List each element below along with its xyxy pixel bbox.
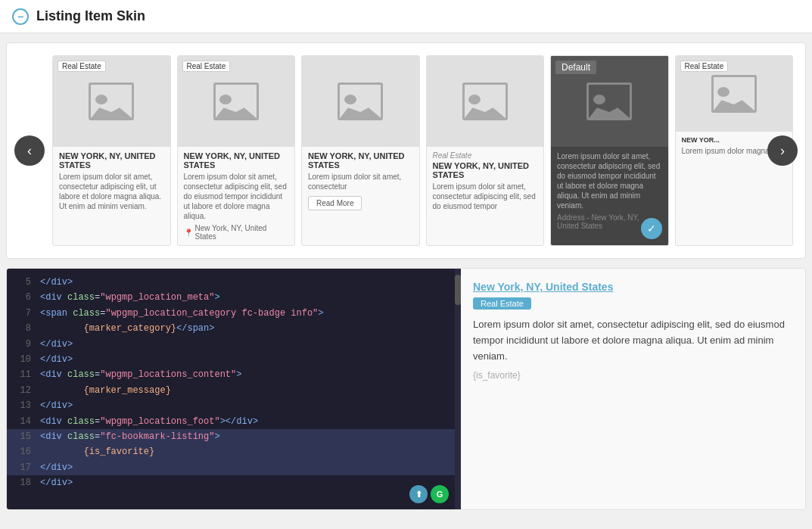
preview-panel: New York, NY, United States Real Estate …	[461, 269, 805, 509]
card-image-3	[302, 56, 419, 147]
copy-tool-button[interactable]: ⬆	[409, 485, 428, 503]
code-text-15: <div class="fc-bookmark-listing">	[40, 429, 220, 444]
line-num-14: 14	[13, 414, 31, 429]
skin-card-5[interactable]: Default Lorem ipsum dolor sit amet, cons…	[550, 55, 669, 246]
code-text-11: <div class="wpgmp_locations_content">	[40, 367, 241, 382]
line-num-7: 7	[13, 306, 31, 321]
image-placeholder-3	[338, 82, 383, 120]
card-badge-6: Real Estate	[680, 61, 729, 72]
skin-card-1[interactable]: Real Estate NEW YORK, NY, UNITED STATES …	[52, 55, 171, 246]
image-placeholder-4	[462, 82, 508, 120]
code-line-17: 17 </div>	[7, 460, 461, 475]
line-num-6: 6	[13, 290, 31, 305]
card-title-3: NEW YORK, NY, UNITED STATES	[308, 151, 413, 170]
code-line-8: 8 {marker_category}</span>	[7, 321, 461, 336]
card-text-5: Lorem ipsum dolor sit amet, consectetur …	[557, 151, 662, 210]
image-placeholder-1	[89, 82, 134, 120]
card-category-4: Real Estate	[433, 151, 538, 160]
line-num-18: 18	[13, 475, 31, 490]
code-line-11: 11 <div class="wpgmp_locations_content">	[7, 367, 461, 382]
code-line-14: 14 <div class="wpgmp_locations_foot"></d…	[7, 414, 461, 429]
card-body-2: NEW YORK, NY, UNITED STATES Lorem ipsum …	[178, 147, 295, 245]
code-line-15: 15 <div class="fc-bookmark-listing">	[7, 429, 461, 444]
line-num-8: 8	[13, 321, 31, 336]
grammarly-tool-button[interactable]: G	[431, 485, 449, 503]
line-num-16: 16	[13, 444, 31, 459]
card-text-2: Lorem ipsum dolor sit amet, consectetur …	[184, 172, 289, 221]
line-num-9: 9	[13, 337, 31, 352]
bottom-section: 5 </div> 6 <div class="wpgmp_location_me…	[6, 268, 806, 510]
carousel-inner: Real Estate NEW YORK, NY, UNITED STATES …	[19, 55, 793, 246]
code-toolbar: ⬆ G	[409, 485, 449, 503]
read-more-button[interactable]: Read More	[308, 196, 362, 210]
image-placeholder-5	[586, 82, 632, 120]
card-badge-5: Default	[555, 61, 596, 74]
code-text-8: {marker_category}</span>	[40, 321, 214, 336]
card-title-2: NEW YORK, NY, UNITED STATES	[184, 151, 289, 170]
code-line-6: 6 <div class="wpgmp_location_meta">	[7, 290, 461, 305]
preview-variable: {is_favorite}	[473, 370, 793, 381]
code-line-16: 16 {is_favorite}	[7, 444, 461, 459]
image-placeholder-6	[711, 75, 757, 113]
code-editor[interactable]: 5 </div> 6 <div class="wpgmp_location_me…	[7, 269, 461, 509]
code-text-18: </div>	[40, 475, 73, 490]
card-text-1: Lorem ipsum dolor sit amet, consectetur …	[59, 172, 164, 211]
address-text-2: New York, NY, United States	[195, 224, 289, 241]
line-num-12: 12	[13, 383, 31, 398]
card-badge-1: Real Estate	[58, 61, 106, 72]
pin-icon-2: 📍	[184, 229, 193, 237]
code-text-10: </div>	[40, 352, 73, 367]
code-line-7: 7 <span class="wpgmp_location_category f…	[7, 306, 461, 321]
skin-card-3[interactable]: NEW YORK, NY, UNITED STATES Lorem ipsum …	[301, 55, 420, 246]
collapse-icon[interactable]: −	[12, 8, 29, 25]
code-line-5: 5 </div>	[7, 275, 461, 290]
card-text-3: Lorem ipsum dolor sit amet, consectetur	[308, 172, 413, 191]
code-content[interactable]: 5 </div> 6 <div class="wpgmp_location_me…	[7, 269, 461, 509]
scrollbar-thumb[interactable]	[455, 275, 461, 305]
code-text-7: <span class="wpgmp_location_category fc-…	[40, 306, 324, 321]
scrollbar-track[interactable]	[455, 269, 461, 509]
code-text-6: <div class="wpgmp_location_meta">	[40, 290, 220, 305]
code-line-9: 9 </div>	[7, 337, 461, 352]
card-badge-2: Real Estate	[182, 61, 231, 72]
header: − Listing Item Skin	[0, 0, 812, 33]
card-body-4: Real Estate NEW YORK, NY, UNITED STATES …	[427, 147, 544, 216]
preview-category-badge: Real Estate	[473, 297, 531, 310]
carousel-next-button[interactable]: ›	[767, 135, 798, 166]
card-body-3: NEW YORK, NY, UNITED STATES Lorem ipsum …	[302, 147, 419, 215]
image-placeholder-2	[213, 82, 259, 120]
preview-title[interactable]: New York, NY, United States	[473, 281, 793, 293]
preview-body-text: Lorem ipsum dolor sit amet, consectetur …	[473, 317, 793, 364]
line-num-10: 10	[13, 352, 31, 367]
line-num-17: 17	[13, 460, 31, 475]
checkmark-badge: ✓	[641, 218, 662, 239]
code-text-17: </div>	[40, 460, 73, 475]
code-line-10: 10 </div>	[7, 352, 461, 367]
code-text-5: </div>	[40, 275, 73, 290]
code-text-14: <div class="wpgmp_locations_foot"></div>	[40, 414, 258, 429]
code-line-12: 12 {marker_message}	[7, 383, 461, 398]
line-num-5: 5	[13, 275, 31, 290]
line-num-15: 15	[13, 429, 31, 444]
page-title: Listing Item Skin	[36, 8, 145, 24]
line-num-13: 13	[13, 398, 31, 413]
skin-card-2[interactable]: Real Estate NEW YORK, NY, UNITED STATES …	[177, 55, 296, 246]
carousel-section: ‹ › Real Estate NEW YORK, NY, UNITED STA…	[6, 42, 806, 259]
card-title-1: NEW YORK, NY, UNITED STATES	[59, 151, 164, 170]
code-text-9: </div>	[40, 337, 73, 352]
code-line-13: 13 </div>	[7, 398, 461, 413]
card-text-4: Lorem ipsum dolor sit amet, consectetur …	[433, 182, 538, 211]
card-image-4	[427, 56, 544, 147]
code-text-13: </div>	[40, 398, 73, 413]
code-text-16: {is_favorite}	[40, 444, 154, 459]
card-title-4: NEW YORK, NY, UNITED STATES	[433, 161, 538, 179]
code-line-18: 18 </div>	[7, 475, 461, 490]
skin-card-4[interactable]: Real Estate NEW YORK, NY, UNITED STATES …	[426, 55, 545, 246]
line-num-11: 11	[13, 367, 31, 382]
card-address-2: 📍 New York, NY, United States	[184, 224, 289, 241]
code-text-12: {marker_message}	[40, 383, 171, 398]
carousel-prev-button[interactable]: ‹	[14, 135, 45, 166]
card-body-1: NEW YORK, NY, UNITED STATES Lorem ipsum …	[53, 147, 170, 216]
